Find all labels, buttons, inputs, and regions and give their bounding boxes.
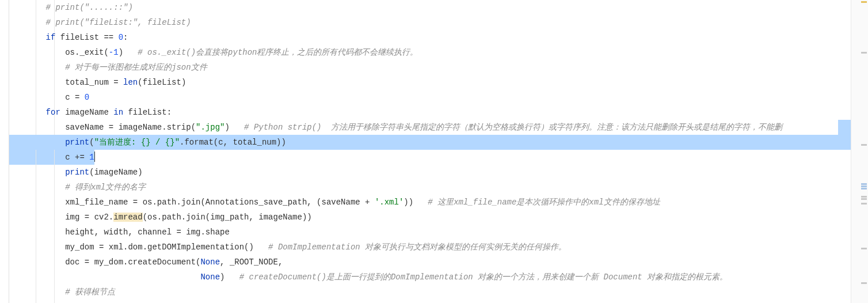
minimap-marker[interactable] <box>861 144 867 146</box>
code-line[interactable]: if fileList == 0: <box>9 30 851 45</box>
token: print <box>65 138 89 147</box>
token: os._exit( <box>65 48 109 57</box>
token: c = <box>65 93 85 102</box>
line-content: img = cv2.imread(os.path.join(img_path, … <box>26 213 312 222</box>
line-content: height, width, channel = img.shape <box>26 228 230 237</box>
line-content: my_dom = xml.dom.getDOMImplementation() … <box>26 243 566 252</box>
minimap-marker[interactable] <box>861 188 867 190</box>
line-content: # 得到xml文件的名字 <box>26 183 146 192</box>
code-line[interactable]: # 对于每一张图都生成对应的json文件 <box>9 60 851 75</box>
token: , _ROOT_NODE, <box>220 257 283 267</box>
code-line[interactable]: # print(".....::") <box>9 0 851 15</box>
minimap-marker[interactable] <box>861 282 867 284</box>
line-content: # print(".....::") <box>26 3 133 12</box>
line-content: if fileList == 0: <box>26 33 128 42</box>
token: ( <box>89 138 94 147</box>
minimap-marker[interactable] <box>861 203 867 204</box>
line-content: # 对于每一张图都生成对应的json文件 <box>26 63 207 72</box>
line-content: os._exit(-1) # os._exit()会直接将python程序终止，… <box>26 48 418 57</box>
line-content: None) # createDocument()是上面一行提到的DomImple… <box>26 272 728 282</box>
token: 0 <box>85 93 89 102</box>
token: imread <box>113 213 142 222</box>
token: 1 <box>89 153 94 162</box>
minimap-marker[interactable] <box>861 196 867 198</box>
token: # 对于每一张图都生成对应的json文件 <box>65 63 207 72</box>
token: # 得到xml文件的名字 <box>65 183 146 192</box>
token: xml_file_name = os.path.join(Annotations… <box>65 198 375 207</box>
code-line[interactable]: height, width, channel = img.shape <box>9 225 851 240</box>
token: -1 <box>109 48 119 57</box>
line-content: for imageName in fileList: <box>26 108 172 117</box>
token: # os._exit()会直接将python程序终止，之后的所有代码都不会继续执… <box>138 48 418 57</box>
token: None <box>200 272 220 282</box>
token: (imageName) <box>89 168 142 177</box>
code-line[interactable]: c = 0 <box>9 90 851 105</box>
token: '.xml' <box>375 198 403 207</box>
code-line[interactable]: None) # createDocument()是上面一行提到的DomImple… <box>9 270 851 285</box>
code-line[interactable]: img = cv2.imread(os.path.join(img_path, … <box>9 210 851 225</box>
code-area[interactable]: # print(".....::") # print("fileList:", … <box>9 0 851 303</box>
token: len <box>123 78 138 87</box>
code-line[interactable]: c += 1 <box>9 150 851 165</box>
token: ".jpg" <box>196 123 224 132</box>
token: "当前进度: {} / {}" <box>94 138 180 147</box>
token: # createDocument()是上面一行提到的DomImplementat… <box>239 272 728 282</box>
line-content: print(imageName) <box>26 168 143 177</box>
token: for <box>46 108 60 117</box>
token: None <box>200 257 220 267</box>
token: # print("fileList:", fileList) <box>46 18 191 27</box>
code-line[interactable]: doc = my_dom.createDocument(None, _ROOT_… <box>9 255 851 270</box>
minimap-marker[interactable] <box>861 183 867 185</box>
code-line[interactable]: # 获得根节点 <box>9 285 851 300</box>
token: ) <box>119 48 138 57</box>
code-line[interactable]: # print("fileList:", fileList) <box>9 15 851 30</box>
minimap-marker[interactable] <box>861 1 867 3</box>
code-line[interactable]: for imageName in fileList: <box>9 105 851 120</box>
token: img = cv2. <box>65 213 113 222</box>
token: # print(".....::") <box>46 3 133 12</box>
token: my_dom = xml.dom.getDOMImplementation() <box>65 243 268 252</box>
minimap-marker[interactable] <box>861 52 867 54</box>
code-editor[interactable]: # print(".....::") # print("fileList:", … <box>0 0 851 303</box>
code-line[interactable]: print("当前进度: {} / {}".format(c, total_nu… <box>9 135 851 150</box>
code-line[interactable]: saveName = imageName.strip(".jpg") # Pyt… <box>9 120 851 135</box>
token: ) <box>220 272 239 282</box>
line-content: c = 0 <box>26 93 89 102</box>
minimap-marker[interactable] <box>861 248 867 249</box>
token: 0 <box>119 33 123 42</box>
token: ) <box>224 123 244 132</box>
line-content: # 获得根节点 <box>26 287 115 297</box>
code-line[interactable]: # 得到xml文件的名字 <box>9 180 851 195</box>
code-line[interactable]: my_dom = xml.dom.getDOMImplementation() … <box>9 240 851 255</box>
minimap[interactable] <box>851 0 868 303</box>
text-caret <box>94 152 95 162</box>
token: # Python strip() <box>244 123 321 132</box>
minimap-marker[interactable] <box>861 198 867 200</box>
line-content: xml_file_name = os.path.join(Annotations… <box>26 198 660 207</box>
editor-gutter <box>0 0 9 303</box>
token: doc = my_dom.createDocument( <box>65 257 200 267</box>
token: # 这里xml_file_name是本次循环操作中的xml文件的保存地址 <box>428 198 660 207</box>
token: if <box>46 33 56 42</box>
code-line[interactable]: total_num = len(fileList) <box>9 75 851 90</box>
token: fileList: <box>123 108 172 117</box>
token: fileList == <box>55 33 118 42</box>
line-content: print("当前进度: {} / {}".format(c, total_nu… <box>26 138 286 147</box>
minimap-marker[interactable] <box>861 185 867 187</box>
token: imageName <box>60 108 113 117</box>
token: # DomImplementation 对象可执行与文档对象模型的任何实例无关的… <box>268 243 566 252</box>
code-line[interactable]: os._exit(-1) # os._exit()会直接将python程序终止，… <box>9 45 851 60</box>
token: .format(c, total_num)) <box>180 138 286 147</box>
token: # 获得根节点 <box>65 287 115 297</box>
token: (os.path.join(img_path, imageName)) <box>143 213 312 222</box>
scrollbar[interactable] <box>861 0 868 303</box>
code-line[interactable]: print(imageName) <box>9 165 851 180</box>
token: 方法用于移除字符串头尾指定的字符（默认为空格或换行符）或字符序列。注意：该方法只… <box>322 123 783 132</box>
line-content: c += 1 <box>26 153 95 162</box>
token: (fileList) <box>138 78 186 87</box>
token <box>65 272 200 282</box>
token: height, width, channel = img.shape <box>65 228 230 237</box>
code-line[interactable]: xml_file_name = os.path.join(Annotations… <box>9 195 851 210</box>
token: c += <box>65 153 89 162</box>
token: saveName = imageName.strip( <box>65 123 196 132</box>
